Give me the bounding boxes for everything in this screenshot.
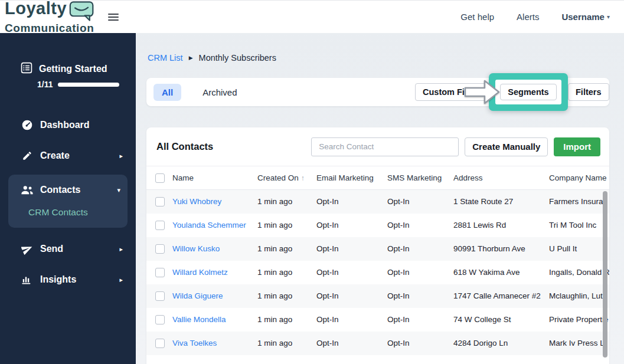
cell-company-name: Tri M Tool Inc: [543, 214, 609, 237]
table-row: Yuki Whobrey 1 min ago Opt-In Opt-In 1 S…: [146, 190, 609, 214]
breadcrumb: CRM List ▶ Monthly Subscribers: [148, 53, 624, 63]
row-checkbox[interactable]: [155, 268, 165, 277]
vertical-scrollbar-thumb[interactable]: [603, 191, 607, 358]
sidebar: Getting Started 1/11 Dashboard Create ▸: [0, 33, 136, 364]
app-logo[interactable]: Loyalty Communication: [5, 0, 95, 34]
contact-name-link[interactable]: Vallie Mondella: [172, 315, 226, 324]
username-menu[interactable]: Username ▾: [561, 12, 610, 22]
getting-started-label: Getting Started: [39, 64, 107, 74]
vertical-scrollbar: [603, 190, 608, 364]
cell-sms-marketing: Opt-In: [381, 214, 447, 237]
segments-button[interactable]: Segments: [500, 84, 556, 100]
cell-created-on: 1 min ago: [251, 261, 311, 284]
speech-bubble-icon: [69, 1, 95, 24]
dashboard-label: Dashboard: [40, 120, 90, 130]
sidebar-item-dashboard[interactable]: Dashboard: [0, 112, 136, 138]
column-header-address: Address: [447, 166, 543, 190]
cell-email-marketing: Opt-In: [311, 308, 381, 332]
sidebar-item-send[interactable]: Send ▸: [0, 236, 136, 262]
contacts-panel-header: All Contacts Create Manually Import: [146, 127, 609, 166]
cell-address: 2881 Lewis Rd: [447, 214, 543, 237]
row-checkbox[interactable]: [155, 291, 165, 301]
column-header-name: Name: [166, 166, 251, 190]
cell-company-name: Private Propertie: [543, 308, 609, 332]
search-contact-input[interactable]: [311, 137, 459, 156]
contact-name-link[interactable]: Viva Toelkes: [172, 339, 217, 347]
row-checkbox[interactable]: [155, 244, 165, 254]
panel-title: All Contacts: [156, 141, 213, 152]
table-header-row: Name Created On↑ Email Marketing SMS Mar…: [146, 166, 609, 190]
contacts-people-icon: [21, 185, 34, 195]
select-all-checkbox[interactable]: [155, 173, 165, 183]
sidebar-item-contacts[interactable]: Contacts ▾: [8, 178, 128, 202]
getting-started-progress-count: 1/11: [37, 80, 53, 89]
cell-sms-marketing: Opt-In: [381, 308, 447, 332]
paper-plane-icon: [21, 243, 34, 255]
caret-down-icon: ▾: [117, 186, 120, 194]
get-help-link[interactable]: Get help: [460, 12, 494, 22]
menu-icon[interactable]: [108, 14, 119, 21]
cell-address: 4284 Dorigo Ln: [447, 332, 543, 355]
breadcrumb-separator-icon: ▶: [189, 55, 193, 61]
table-row: Wilda Giguere 1 min ago Opt-In Opt-In 17…: [146, 284, 609, 308]
pointer-arrow-icon: [464, 78, 501, 108]
getting-started-progress-bar: [58, 83, 119, 87]
table-row: Willow Kusko 1 min ago Opt-In Opt-In 909…: [146, 237, 609, 261]
bar-chart-icon: [21, 274, 34, 285]
table-row: Willard Kolmetz 1 min ago Opt-In Opt-In …: [146, 261, 609, 284]
breadcrumb-current: Monthly Subscribers: [199, 53, 276, 63]
cell-created-on: 1 min ago: [251, 214, 311, 237]
sidebar-item-getting-started[interactable]: Getting Started 1/11: [0, 61, 136, 91]
segments-highlight-inner: Segments: [495, 80, 561, 104]
cell-address: 1747 Calle Amanecer #2: [447, 284, 543, 308]
checklist-icon: [21, 62, 32, 76]
create-manually-button[interactable]: Create Manually: [465, 137, 548, 156]
cell-email-marketing: Opt-In: [311, 237, 381, 261]
cell-sms-marketing: Opt-In: [381, 332, 447, 355]
sidebar-item-create[interactable]: Create ▸: [0, 143, 136, 169]
cell-sms-marketing: Opt-In: [381, 284, 447, 308]
cell-email-marketing: Opt-In: [311, 332, 381, 355]
cell-company-name: U Pull It: [543, 237, 609, 261]
table-row: Vallie Mondella 1 min ago Opt-In Opt-In …: [146, 308, 609, 332]
cell-company-name: Mclaughlin, Luth: [543, 284, 609, 308]
top-header: Loyalty Communication Get help Alerts Us…: [0, 0, 624, 33]
sidebar-group-contacts: Contacts ▾ CRM Contacts: [8, 175, 128, 228]
cell-created-on: 1 min ago: [251, 190, 311, 214]
tab-archived[interactable]: Archived: [202, 87, 237, 97]
cell-company-name: Ingalls, Donald R: [543, 261, 609, 284]
contacts-label: Contacts: [40, 185, 80, 195]
column-header-created-on[interactable]: Created On↑: [251, 166, 311, 190]
cell-company-name: Mark Iv Press Lt: [543, 332, 609, 355]
sidebar-item-crm-contacts[interactable]: CRM Contacts: [8, 202, 128, 223]
username-label: Username: [561, 12, 605, 22]
caret-right-icon: ▸: [119, 276, 123, 284]
contact-name-link[interactable]: Yuki Whobrey: [172, 197, 221, 206]
alerts-link[interactable]: Alerts: [517, 12, 539, 22]
contact-name-link[interactable]: Wilda Giguere: [172, 291, 223, 300]
import-button[interactable]: Import: [554, 137, 600, 156]
contact-name-link[interactable]: Youlanda Schemmer: [172, 221, 246, 229]
breadcrumb-crm-list-link[interactable]: CRM List: [148, 53, 183, 63]
main-content: CRM List ▶ Monthly Subscribers All Archi…: [136, 33, 624, 364]
cell-company-name: Farmers Insuran: [543, 190, 609, 214]
list-tab-bar: All Archived Custom Fields Filters Segme…: [146, 78, 609, 106]
row-checkbox[interactable]: [155, 315, 165, 324]
row-checkbox[interactable]: [155, 339, 165, 348]
row-checkbox[interactable]: [155, 197, 165, 206]
filters-button[interactable]: Filters: [568, 83, 609, 101]
insights-label: Insights: [40, 274, 76, 285]
contact-name-link[interactable]: Willard Kolmetz: [172, 268, 228, 277]
row-checkbox[interactable]: [155, 221, 165, 230]
top-nav: Get help Alerts Username ▾: [460, 12, 624, 22]
logo-text-line2: Communication: [5, 22, 95, 34]
contact-name-link[interactable]: Willow Kusko: [172, 244, 220, 253]
tab-all[interactable]: All: [153, 84, 181, 101]
cell-created-on: 1 min ago: [251, 332, 311, 355]
cell-sms-marketing: Opt-In: [381, 261, 447, 284]
contacts-panel: All Contacts Create Manually Import Name…: [146, 127, 609, 364]
cell-created-on: 1 min ago: [251, 308, 311, 332]
sidebar-item-insights[interactable]: Insights ▸: [0, 267, 136, 293]
cell-created-on: 1 min ago: [251, 284, 311, 308]
cell-email-marketing: Opt-In: [311, 261, 381, 284]
